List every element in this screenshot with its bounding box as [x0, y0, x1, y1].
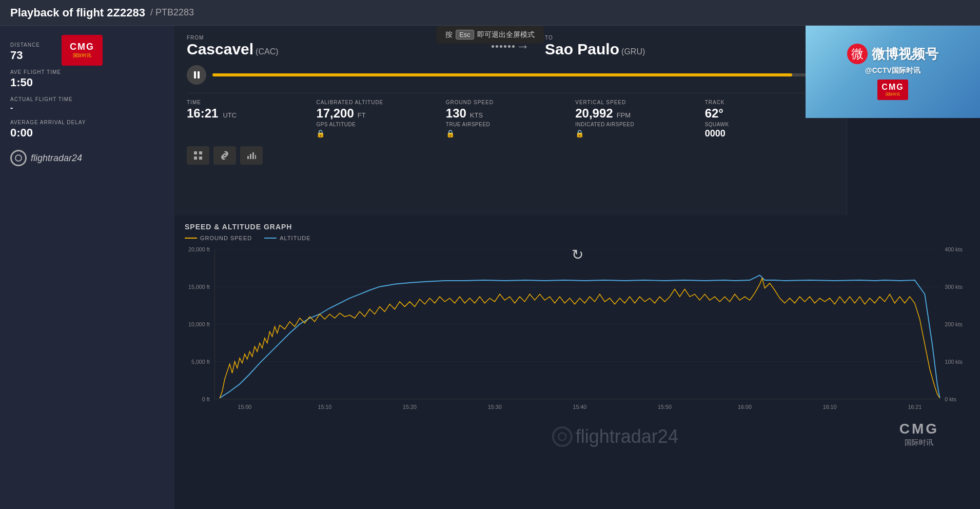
legend-speed-label: GROUND SPEED	[200, 235, 252, 241]
route-from: FROM Cascavel (CAC)	[187, 35, 476, 58]
fr24-inner-icon	[15, 154, 22, 162]
esc-prefix: 按	[445, 30, 453, 40]
svg-text:20,000 ft: 20,000 ft	[188, 246, 210, 252]
gps-altitude-label: GPS ALTITUDE	[316, 122, 437, 127]
time-value: 16:21	[187, 106, 218, 121]
vertical-speed-unit: FPM	[617, 111, 631, 119]
svg-text:5,000 ft: 5,000 ft	[191, 359, 210, 365]
dot1	[492, 45, 494, 48]
graph-title: SPEED & ALTITUDE GRAPH	[185, 223, 970, 231]
svg-rect-1	[199, 151, 202, 154]
ground-speed-cell: GROUND SPEED 130 KTS TRUE AIRSPEED 🔒	[446, 100, 575, 139]
indicated-airspeed-label: INDICATED AIRSPEED	[575, 122, 696, 127]
time-unit: UTC	[223, 111, 237, 119]
graph-section: SPEED & ALTITUDE GRAPH GROUND SPEED ALTI…	[174, 216, 980, 509]
weibo-title: 微博视频号	[872, 45, 938, 63]
svg-text:100 kts: 100 kts	[945, 359, 963, 365]
ground-speed-label: GROUND SPEED	[446, 100, 567, 105]
vertical-speed-label: VERTICAL SPEED	[575, 100, 696, 105]
pause-bar-left	[194, 71, 196, 79]
svg-text:15:00: 15:00	[238, 404, 252, 410]
esc-key: Esc	[456, 30, 474, 40]
calibrated-altitude-cell: CALIBRATED ALTITUDE 17,200 FT GPS ALTITU…	[316, 100, 445, 139]
center-panel: FROM Cascavel (CAC) →	[174, 26, 847, 216]
svg-text:16:00: 16:00	[738, 404, 752, 410]
avg-flight-time-label: AVE FLIGHT TIME	[10, 69, 164, 75]
avg-flight-time-value: 1:50	[10, 76, 164, 89]
legend-blue-line	[264, 238, 277, 239]
from-code: (CAC)	[256, 47, 278, 56]
fr24-watermark-text: flightradar24	[576, 426, 678, 447]
indicated-airspeed-lock-icon: 🔒	[575, 129, 696, 138]
actual-flight-time-label: ACTUAL FLIGHT TIME	[10, 96, 164, 102]
ground-speed-value: 130	[446, 106, 466, 121]
chart-svg: 20,000 ft 15,000 ft 10,000 ft 5,000 ft 0…	[185, 244, 970, 429]
graph-legend: GROUND SPEED ALTITUDE	[185, 235, 970, 241]
chart-button[interactable]	[240, 146, 263, 165]
esc-suffix: 即可退出全屏模式	[477, 30, 535, 40]
svg-text:10,000 ft: 10,000 ft	[188, 321, 210, 327]
ground-speed-line	[220, 278, 939, 398]
cmg-panel-text: CMG	[881, 83, 904, 92]
svg-text:200 kts: 200 kts	[945, 321, 963, 327]
svg-rect-7	[255, 155, 256, 159]
to-code: (GRU)	[621, 47, 645, 56]
cmg-panel-logo: CMG 国际时讯	[877, 80, 908, 100]
legend-yellow-line	[185, 238, 197, 239]
legend-ground-speed: GROUND SPEED	[185, 235, 252, 241]
link-button[interactable]	[213, 146, 236, 165]
to-label: TO	[545, 35, 834, 41]
stats-row: TIME 16:21 UTC CALIBRATED ALTITUDE 17,20…	[187, 93, 834, 139]
vertical-speed-value: 20,992	[575, 106, 613, 121]
dot6	[512, 45, 515, 48]
top-section: FROM Cascavel (CAC) →	[174, 26, 980, 216]
svg-text:16:21: 16:21	[908, 404, 922, 410]
weibo-sub: @CCTV国际时讯	[865, 66, 920, 75]
pause-button[interactable]	[187, 65, 206, 85]
dot5	[508, 45, 511, 48]
left-panel: CMG 国际时讯 DISTANCE 73 AVE FLIGHT TIME 1:5…	[0, 26, 174, 509]
calibrated-altitude-label: CALIBRATED ALTITUDE	[316, 100, 437, 105]
main-area: CMG 国际时讯 DISTANCE 73 AVE FLIGHT TIME 1:5…	[0, 26, 980, 509]
fr24-circle-icon	[10, 150, 27, 166]
svg-text:15:10: 15:10	[318, 404, 331, 410]
top-bar: Playback of flight 2Z2283 / PTB2283	[0, 0, 980, 26]
progress-fill	[212, 73, 792, 76]
dot2	[496, 45, 498, 48]
svg-text:15:50: 15:50	[658, 404, 672, 410]
svg-rect-6	[252, 152, 254, 159]
calibrated-altitude-unit: FT	[358, 111, 366, 119]
grid-button[interactable]	[187, 146, 209, 165]
svg-rect-0	[194, 151, 197, 154]
center-right-area: FROM Cascavel (CAC) →	[174, 26, 980, 509]
cmg-logo: CMG 国际时讯	[62, 35, 103, 66]
svg-rect-2	[194, 156, 197, 160]
progress-track[interactable]	[212, 73, 816, 76]
svg-text:15:20: 15:20	[403, 404, 417, 410]
cmg-panel-sub: 国际时讯	[886, 92, 900, 97]
pause-bar-right	[198, 71, 200, 79]
calibrated-altitude-value: 17,200	[316, 106, 354, 121]
fr24-watermark-icon	[552, 426, 573, 447]
from-label: FROM	[187, 35, 476, 41]
svg-rect-4	[247, 156, 249, 159]
weibo-icon: 微	[847, 44, 868, 64]
squawk-value: 0000	[705, 128, 826, 139]
chart-container: 20,000 ft 15,000 ft 10,000 ft 5,000 ft 0…	[185, 244, 970, 429]
svg-text:0 ft: 0 ft	[202, 396, 210, 402]
svg-rect-5	[250, 154, 251, 159]
esc-tooltip: 按 Esc 即可退出全屏模式	[436, 26, 544, 44]
true-airspeed-label: TRUE AIRSPEED	[446, 122, 567, 127]
cmg-logo-sub: 国际时讯	[73, 52, 91, 59]
actual-flight-time-value: -	[10, 103, 164, 112]
fr24-watermark: flightradar24	[552, 426, 678, 447]
svg-text:300 kts: 300 kts	[945, 284, 963, 290]
progress-row: ✈	[187, 65, 834, 85]
dot3	[500, 45, 502, 48]
cmg-watermark-sub: 国际时讯	[905, 438, 933, 447]
pause-icon	[194, 71, 200, 79]
page-title: Playback of flight 2Z2283	[10, 6, 145, 19]
cmg-logo-text: CMG	[70, 42, 94, 52]
altitude-line	[220, 275, 939, 398]
from-city: Cascavel	[187, 41, 253, 58]
